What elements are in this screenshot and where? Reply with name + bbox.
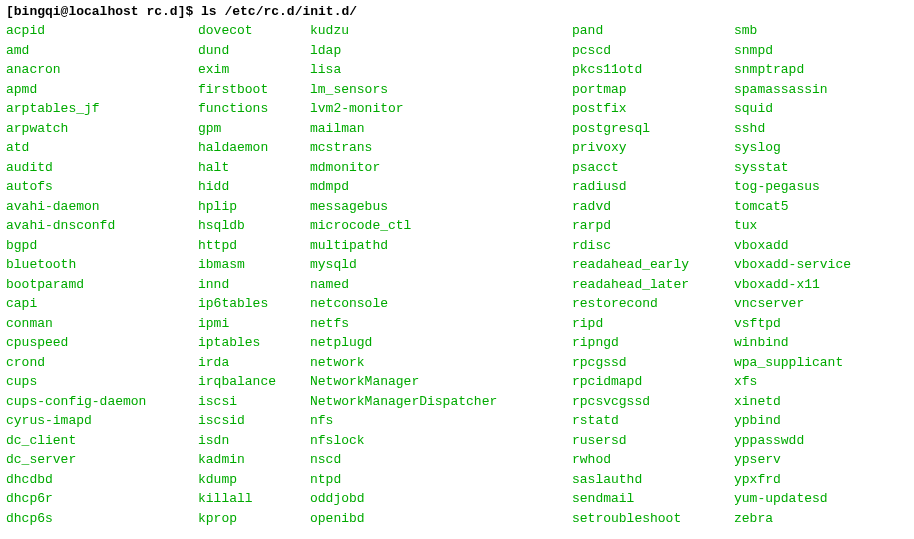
list-item: NetworkManager	[310, 372, 560, 392]
list-item: isdn	[198, 431, 298, 451]
list-item: zebra	[734, 509, 884, 529]
list-item: readahead_later	[572, 275, 722, 295]
list-item: radiusd	[572, 177, 722, 197]
list-item: rstatd	[572, 411, 722, 431]
list-item: apmd	[6, 80, 186, 100]
list-item: firstboot	[198, 80, 298, 100]
list-item: rdisc	[572, 236, 722, 256]
list-item: yum-updatesd	[734, 489, 884, 509]
list-item: lm_sensors	[310, 80, 560, 100]
list-item: pcscd	[572, 41, 722, 61]
list-item: privoxy	[572, 138, 722, 158]
list-item: ntpd	[310, 470, 560, 490]
list-item: vboxadd-service	[734, 255, 884, 275]
list-item: pkcs11otd	[572, 60, 722, 80]
list-item: yppasswdd	[734, 431, 884, 451]
list-item: openibd	[310, 509, 560, 529]
list-item: readahead_early	[572, 255, 722, 275]
list-item: kdump	[198, 470, 298, 490]
list-item: killall	[198, 489, 298, 509]
list-item: kprop	[198, 509, 298, 529]
list-item: mdmonitor	[310, 158, 560, 178]
list-item: atd	[6, 138, 186, 158]
list-item: vboxadd	[734, 236, 884, 256]
list-item: exim	[198, 60, 298, 80]
list-item: hsqldb	[198, 216, 298, 236]
list-item: dhcdbd	[6, 470, 186, 490]
list-item: rpcgssd	[572, 353, 722, 373]
list-item: portmap	[572, 80, 722, 100]
list-item: rpcidmapd	[572, 372, 722, 392]
list-item: sendmail	[572, 489, 722, 509]
list-item: mysqld	[310, 255, 560, 275]
list-item: dhcp6s	[6, 509, 186, 529]
list-item: named	[310, 275, 560, 295]
list-item: mdmpd	[310, 177, 560, 197]
list-item: nscd	[310, 450, 560, 470]
list-item: rarpd	[572, 216, 722, 236]
list-item: innd	[198, 275, 298, 295]
list-item: dc_server	[6, 450, 186, 470]
list-item: bluetooth	[6, 255, 186, 275]
list-item: ripngd	[572, 333, 722, 353]
list-item: functions	[198, 99, 298, 119]
list-item: cyrus-imapd	[6, 411, 186, 431]
list-item: tog-pegasus	[734, 177, 884, 197]
list-item: netconsole	[310, 294, 560, 314]
list-item: multipathd	[310, 236, 560, 256]
list-item: lisa	[310, 60, 560, 80]
list-item: winbind	[734, 333, 884, 353]
listing-col-0: acpidamdanacronapmdarptables_jfarpwatcha…	[6, 21, 186, 528]
list-item: dund	[198, 41, 298, 61]
list-item: amd	[6, 41, 186, 61]
listing-col-4: smbsnmpdsnmptrapdspamassassinsquidsshdsy…	[734, 21, 884, 528]
list-item: crond	[6, 353, 186, 373]
list-item: mailman	[310, 119, 560, 139]
list-item: pand	[572, 21, 722, 41]
list-item: anacron	[6, 60, 186, 80]
list-item: lvm2-monitor	[310, 99, 560, 119]
list-item: setroubleshoot	[572, 509, 722, 529]
list-item: rpcsvcgssd	[572, 392, 722, 412]
list-item: nfs	[310, 411, 560, 431]
list-item: cpuspeed	[6, 333, 186, 353]
list-item: ypxfrd	[734, 470, 884, 490]
list-item: cups	[6, 372, 186, 392]
list-item: tux	[734, 216, 884, 236]
list-item: oddjobd	[310, 489, 560, 509]
list-item: haldaemon	[198, 138, 298, 158]
list-item: dovecot	[198, 21, 298, 41]
list-item: kudzu	[310, 21, 560, 41]
list-item: rwhod	[572, 450, 722, 470]
list-item: auditd	[6, 158, 186, 178]
list-item: netfs	[310, 314, 560, 334]
list-item: irda	[198, 353, 298, 373]
list-item: ripd	[572, 314, 722, 334]
list-item: psacct	[572, 158, 722, 178]
prompt-user-host: [bingqi@localhost rc.d]$	[6, 4, 193, 19]
list-item: sysstat	[734, 158, 884, 178]
list-item: bgpd	[6, 236, 186, 256]
list-item: smb	[734, 21, 884, 41]
prompt-command: ls /etc/rc.d/init.d/	[201, 4, 357, 19]
list-item: postgresql	[572, 119, 722, 139]
list-item: gpm	[198, 119, 298, 139]
list-item: cups-config-daemon	[6, 392, 186, 412]
list-item: ldap	[310, 41, 560, 61]
list-item: spamassassin	[734, 80, 884, 100]
list-item: NetworkManagerDispatcher	[310, 392, 560, 412]
listing-col-1: dovecotdundeximfirstbootfunctionsgpmhald…	[198, 21, 298, 528]
list-item: sshd	[734, 119, 884, 139]
list-item: iscsi	[198, 392, 298, 412]
list-item: tomcat5	[734, 197, 884, 217]
list-item: arptables_jf	[6, 99, 186, 119]
list-item: vsftpd	[734, 314, 884, 334]
list-item: arpwatch	[6, 119, 186, 139]
list-item: ypserv	[734, 450, 884, 470]
list-item: mcstrans	[310, 138, 560, 158]
list-item: squid	[734, 99, 884, 119]
list-item: network	[310, 353, 560, 373]
list-item: avahi-dnsconfd	[6, 216, 186, 236]
list-item: avahi-daemon	[6, 197, 186, 217]
list-item: httpd	[198, 236, 298, 256]
